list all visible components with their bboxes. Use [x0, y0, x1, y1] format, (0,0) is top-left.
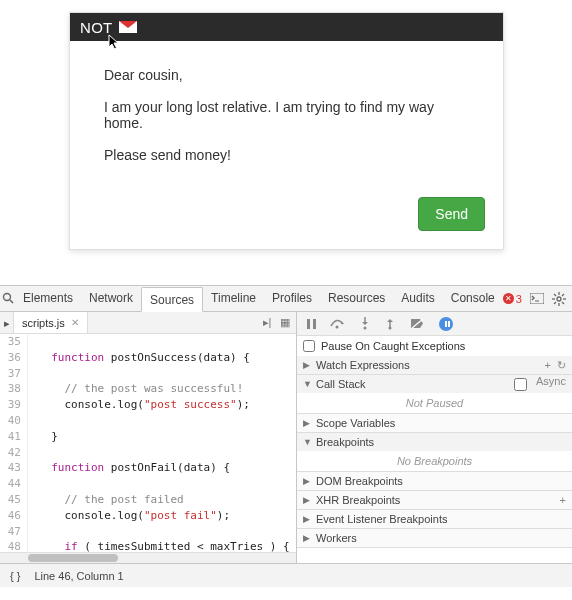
- tab-profiles[interactable]: Profiles: [264, 286, 320, 311]
- settings-gear-icon[interactable]: [552, 292, 566, 306]
- xhr-breakpoints-header[interactable]: ▶XHR Breakpoints+: [297, 491, 572, 509]
- disclosure-triangle-icon: ▼: [303, 379, 312, 389]
- app-title: NOT: [80, 19, 113, 36]
- devtools: ElementsNetworkSourcesTimelineProfilesRe…: [0, 285, 572, 600]
- run-snippet-icon[interactable]: ▸|: [260, 316, 274, 329]
- tab-resources[interactable]: Resources: [320, 286, 393, 311]
- tab-sources[interactable]: Sources: [141, 287, 203, 312]
- svg-line-11: [562, 294, 564, 296]
- greeting-text: Dear cousin,: [104, 67, 469, 83]
- svg-point-21: [364, 327, 367, 330]
- svg-point-4: [557, 297, 561, 301]
- svg-line-12: [554, 302, 556, 304]
- body-line1: I am your long lost relative. I am tryin…: [104, 99, 469, 131]
- svg-point-0: [4, 294, 11, 301]
- debugger-pane: Pause On Caught Exceptions ▶ Watch Expre…: [297, 312, 572, 563]
- breakpoints-header[interactable]: ▼Breakpoints: [297, 433, 572, 451]
- tab-elements[interactable]: Elements: [15, 286, 81, 311]
- tab-timeline[interactable]: Timeline: [203, 286, 264, 311]
- svg-line-1: [10, 300, 13, 303]
- close-tab-icon[interactable]: ✕: [71, 317, 79, 328]
- sources-pane: ▸ scripts.js ✕ ▸| ▦ 35 36 37 38 39 40 41…: [0, 312, 297, 563]
- scope-variables-header[interactable]: ▶Scope Variables: [297, 414, 572, 432]
- toolbar-right: ✕3: [503, 292, 572, 306]
- code-editor[interactable]: 35 36 37 38 39 40 41 42 43 44 45 46 47 4…: [0, 334, 296, 552]
- svg-rect-2: [530, 293, 544, 304]
- braces-icon[interactable]: { }: [10, 570, 20, 582]
- async-toggle[interactable]: Async: [510, 375, 566, 394]
- pause-icon[interactable]: [307, 319, 316, 329]
- add-xhr-icon[interactable]: +: [560, 494, 566, 506]
- workers-header[interactable]: ▶Workers: [297, 529, 572, 547]
- email-footer: Send: [70, 197, 503, 249]
- devtools-tabbar: ElementsNetworkSourcesTimelineProfilesRe…: [0, 286, 572, 312]
- status-bar: { } Line 46, Column 1: [0, 563, 572, 587]
- devtools-main: ▸ scripts.js ✕ ▸| ▦ 35 36 37 38 39 40 41…: [0, 312, 572, 563]
- file-name: scripts.js: [22, 317, 65, 329]
- pause-caught-row: Pause On Caught Exceptions: [297, 336, 572, 356]
- dom-breakpoints-header[interactable]: ▶DOM Breakpoints: [297, 472, 572, 490]
- deactivate-breakpoints-icon[interactable]: [410, 318, 425, 329]
- async-checkbox[interactable]: [514, 378, 527, 391]
- line-gutter: 35 36 37 38 39 40 41 42 43 44 45 46 47 4…: [0, 334, 28, 552]
- step-into-icon[interactable]: [360, 317, 371, 330]
- debugger-toolbar: [297, 312, 572, 336]
- disclosure-triangle-icon: ▶: [303, 360, 312, 370]
- tab-audits[interactable]: Audits: [393, 286, 442, 311]
- svg-point-23: [389, 327, 392, 330]
- tab-network[interactable]: Network: [81, 286, 141, 311]
- svg-line-9: [554, 294, 556, 296]
- svg-line-10: [562, 302, 564, 304]
- watch-expressions-header[interactable]: ▶ Watch Expressions +↻: [297, 356, 572, 374]
- horizontal-scrollbar[interactable]: [0, 552, 296, 563]
- svg-rect-18: [313, 319, 316, 329]
- send-button[interactable]: Send: [418, 197, 485, 231]
- source-text[interactable]: function postOnSuccess(data) { // the po…: [28, 334, 296, 552]
- call-stack-header[interactable]: ▼ Call Stack Async: [297, 375, 572, 393]
- svg-point-19: [336, 326, 339, 329]
- email-app: NOT Dear cousin, I am your long lost rel…: [0, 0, 572, 285]
- body-line2: Please send money!: [104, 147, 469, 163]
- tab-console[interactable]: Console: [443, 286, 503, 311]
- mail-icon: [119, 21, 137, 33]
- pause-exceptions-icon[interactable]: [439, 317, 453, 331]
- file-tab[interactable]: scripts.js ✕: [14, 312, 88, 333]
- step-out-icon[interactable]: [385, 317, 396, 330]
- refresh-icon[interactable]: ↻: [557, 359, 566, 372]
- more-tabs-icon[interactable]: ▦: [278, 316, 292, 329]
- pause-caught-label: Pause On Caught Exceptions: [321, 340, 465, 352]
- file-tabbar: ▸ scripts.js ✕ ▸| ▦: [0, 312, 296, 334]
- navigator-toggle-icon[interactable]: ▸: [0, 312, 14, 334]
- event-listener-breakpoints-header[interactable]: ▶Event Listener Breakpoints: [297, 510, 572, 528]
- pause-caught-checkbox[interactable]: [303, 340, 315, 352]
- scroll-thumb[interactable]: [28, 554, 118, 562]
- svg-rect-17: [307, 319, 310, 329]
- no-breakpoints-msg: No Breakpoints: [297, 451, 572, 471]
- step-over-icon[interactable]: [330, 318, 346, 329]
- not-paused-msg: Not Paused: [297, 393, 572, 413]
- email-body: Dear cousin, I am your long lost relativ…: [70, 41, 503, 197]
- email-titlebar: NOT: [70, 13, 503, 41]
- error-badge[interactable]: ✕3: [503, 293, 522, 305]
- add-watch-icon[interactable]: +: [545, 359, 551, 372]
- console-toggle-icon[interactable]: [530, 293, 544, 304]
- cursor-position: Line 46, Column 1: [34, 570, 123, 582]
- search-icon[interactable]: [2, 292, 15, 305]
- email-card: NOT Dear cousin, I am your long lost rel…: [69, 12, 504, 250]
- mouse-cursor-icon: [108, 34, 122, 52]
